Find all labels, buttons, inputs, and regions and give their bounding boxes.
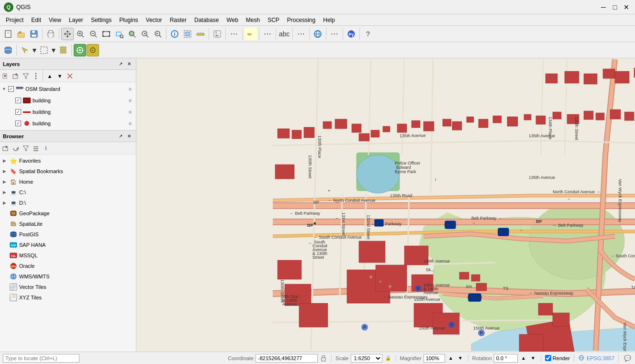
browser-spatial-bookmarks[interactable]: ▶ 🔖 Spatial Bookmarks	[0, 166, 136, 176]
menu-view[interactable]: View	[45, 16, 65, 24]
maximize-button[interactable]: □	[610, 2, 620, 12]
magnifier-down[interactable]: ▼	[457, 354, 464, 362]
pan-button[interactable]	[61, 28, 74, 40]
annotation-button[interactable]: abc	[278, 28, 290, 40]
layers-panel-float[interactable]: ↗	[117, 60, 124, 68]
magnifier-up[interactable]: ▲	[447, 354, 455, 362]
menu-plugins[interactable]: Plugins	[115, 16, 142, 24]
rotation-input[interactable]	[494, 354, 518, 363]
field-calc-button[interactable]: Σab	[211, 28, 223, 40]
zoom-full-button[interactable]	[100, 28, 112, 40]
rotation-up[interactable]: ▲	[520, 354, 527, 362]
menu-settings[interactable]: Settings	[87, 16, 115, 24]
browser-xyz-tiles[interactable]: XYZ Tiles	[0, 292, 136, 303]
menu-scp[interactable]: SCP	[264, 16, 283, 24]
browser-panel-close[interactable]: ✕	[125, 132, 133, 140]
move-layer-up-button[interactable]: ▲	[45, 71, 55, 81]
coordinate-input[interactable]	[256, 354, 318, 363]
layers-panel-close[interactable]: ✕	[125, 60, 133, 68]
menu-web[interactable]: Web	[223, 16, 242, 24]
menu-layer[interactable]: Layer	[65, 16, 87, 24]
print-layout-button[interactable]	[45, 28, 57, 40]
move-layer-down-button[interactable]: ▼	[55, 71, 65, 81]
layer-visibility-building-line[interactable]	[15, 109, 21, 115]
deselect-button[interactable]	[38, 44, 50, 56]
browser-oracle[interactable]: ORA Oracle	[0, 261, 136, 271]
deselect-dropdown-button[interactable]: ▼	[51, 44, 56, 56]
zoom-last-button[interactable]	[139, 28, 151, 40]
select-dropdown-button[interactable]: ▼	[32, 44, 37, 56]
magnifier-input[interactable]	[423, 354, 445, 363]
identify-button[interactable]: i	[168, 28, 181, 40]
menu-database[interactable]: Database	[190, 16, 223, 24]
zoom-in-button[interactable]	[74, 28, 87, 40]
browser-home[interactable]: ▶ 🏠 Home	[0, 176, 136, 187]
layer-item-building-polygon[interactable]: building ≡	[0, 95, 136, 106]
more-tools-4[interactable]: ⋯	[328, 28, 341, 40]
browser-spatialite[interactable]: SpatiaLite	[0, 219, 136, 229]
new-project-button[interactable]	[2, 28, 14, 40]
help-button[interactable]: ?	[362, 28, 374, 40]
minimize-button[interactable]: ─	[599, 2, 608, 12]
layer-item-osm-group[interactable]: ▼ OSM Standard ≡	[0, 83, 136, 95]
digitize-button[interactable]: ✏	[245, 28, 257, 40]
more-tools-1[interactable]: ⋯	[228, 28, 240, 40]
browser-postgis[interactable]: PostGIS	[0, 229, 136, 240]
browser-sap-hana[interactable]: SAP SAP HANA	[0, 240, 136, 250]
close-button[interactable]: ✕	[622, 2, 631, 12]
layer-options-button[interactable]	[31, 71, 41, 81]
select-button[interactable]	[181, 28, 194, 40]
render-checkbox[interactable]: Render	[545, 355, 570, 361]
zoom-out-button[interactable]	[87, 28, 100, 40]
scale-select[interactable]: 1:6250 1:5000 1:10000 1:25000	[351, 354, 382, 363]
filter-layer-button[interactable]	[21, 71, 31, 81]
menu-raster[interactable]: Raster	[166, 16, 190, 24]
messages-button[interactable]: 💬	[623, 354, 632, 362]
more-tools-2[interactable]: ⋯	[261, 28, 274, 40]
scale-lock-button[interactable]: 🔒	[384, 354, 392, 362]
menu-mesh[interactable]: Mesh	[242, 16, 264, 24]
open-layer-style-button[interactable]	[1, 71, 11, 81]
browser-geopackage[interactable]: GeoPackage	[0, 208, 136, 219]
browser-filter-button[interactable]	[21, 143, 31, 153]
map-area[interactable]: 135th Avenue 135th Avenue 135th Avenue 1…	[136, 58, 635, 352]
browser-mssql[interactable]: SQL MSSQL	[0, 250, 136, 261]
menu-vector[interactable]: Vector	[142, 16, 166, 24]
browser-wms-wmts[interactable]: WMS/WMTS	[0, 271, 136, 282]
remove-layer-button[interactable]	[65, 71, 75, 81]
browser-panel-float[interactable]: ↗	[117, 132, 124, 140]
browser-c-drive[interactable]: ▶ 💻 C:\	[0, 187, 136, 198]
python-button[interactable]: Py	[345, 28, 357, 40]
zoom-next-button[interactable]	[152, 28, 164, 40]
add-layer-button[interactable]	[11, 71, 21, 81]
rotation-down[interactable]: ▼	[529, 354, 537, 362]
save-project-button[interactable]	[28, 28, 40, 40]
globe-button[interactable]	[312, 28, 324, 40]
browser-collapse-button[interactable]	[31, 143, 41, 153]
menu-edit[interactable]: Edit	[27, 16, 45, 24]
browser-d-drive[interactable]: ▶ 💻 D:\	[0, 198, 136, 208]
browser-info-button[interactable]: i	[41, 143, 51, 153]
menu-project[interactable]: Project	[2, 16, 27, 24]
browser-refresh-button[interactable]	[11, 143, 21, 153]
browser-vector-tiles[interactable]: Vector Tiles	[0, 282, 136, 292]
location-button[interactable]	[74, 44, 86, 56]
browser-add-button[interactable]	[1, 143, 11, 153]
layer-item-building-point[interactable]: building ≡	[0, 118, 136, 129]
layer-item-building-line[interactable]: building ≡	[0, 106, 136, 118]
layer-visibility-building-polygon[interactable]	[15, 98, 21, 103]
locate-input[interactable]	[3, 354, 79, 363]
render-check[interactable]	[545, 355, 551, 361]
menu-help[interactable]: Help	[319, 16, 339, 24]
zoom-layer-button[interactable]	[126, 28, 138, 40]
measure-button[interactable]	[194, 28, 207, 40]
epsg-value[interactable]: EPSG:3857	[587, 355, 614, 361]
select-features-button[interactable]	[19, 44, 31, 56]
filter-select-button[interactable]	[57, 44, 69, 56]
open-project-button[interactable]	[15, 28, 27, 40]
zoom-selection-button[interactable]	[113, 28, 125, 40]
layer-visibility-building-point[interactable]	[15, 121, 21, 126]
browser-favorites[interactable]: ▶ ⭐ Favorites	[0, 155, 136, 166]
menu-processing[interactable]: Processing	[283, 16, 319, 24]
db-button[interactable]	[2, 44, 14, 56]
